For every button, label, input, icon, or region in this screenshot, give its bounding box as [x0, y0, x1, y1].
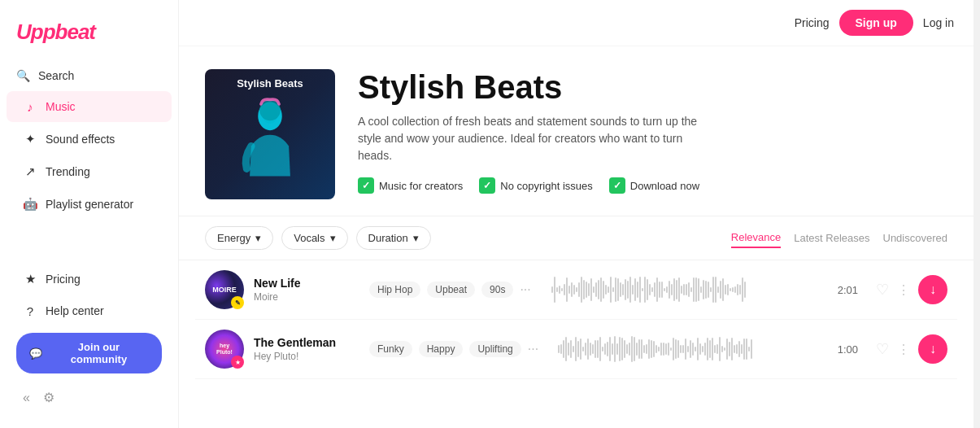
track-list: MOIRE ✎ New Life Moire Hip Hop Upbeat 90…	[179, 260, 973, 379]
sidebar-bottom: ★ Pricing ? Help center 💬 Join our commu…	[0, 263, 178, 415]
waveform-bar	[715, 277, 716, 302]
track-duration: 1:00	[834, 343, 858, 356]
waveform-bar	[726, 338, 728, 360]
waveform-bar	[563, 340, 564, 358]
collapse-icon[interactable]: «	[23, 391, 30, 405]
tag-uplifting[interactable]: Uplifting	[469, 341, 520, 357]
track-actions: ♡ ⋮ ↓	[876, 275, 947, 304]
sidebar: Uppbeat 🔍 Search ♪ Music ✦ Sound effects…	[0, 0, 179, 428]
search-label: Search	[38, 69, 74, 82]
sidebar-item-trending[interactable]: ↗ Trending	[7, 156, 172, 187]
more-tags-icon[interactable]: ···	[520, 282, 530, 297]
like-button[interactable]: ♡	[876, 340, 889, 358]
waveform-bar	[612, 287, 614, 293]
sidebar-item-playlist-generator[interactable]: 🤖 Playlist generator	[7, 189, 172, 220]
sidebar-item-music[interactable]: ♪ Music	[7, 91, 172, 122]
waveform-bar	[675, 339, 677, 359]
download-button[interactable]: ↓	[918, 275, 947, 304]
hero-badges: ✓ Music for creators ✓ No copyright issu…	[358, 177, 947, 194]
waveform-bar	[632, 285, 634, 295]
sort-undiscovered[interactable]: Undiscovered	[883, 229, 948, 247]
sort-latest-releases[interactable]: Latest Releases	[794, 229, 869, 247]
playlist-generator-icon: 🤖	[23, 197, 37, 212]
sidebar-item-help-center[interactable]: ? Help center	[7, 295, 172, 326]
waveform-bar	[717, 286, 719, 294]
tag-happy[interactable]: Happy	[419, 341, 464, 357]
waveform-bar	[607, 342, 608, 357]
login-link[interactable]: Log in	[923, 16, 954, 29]
chevron-down-icon: ▾	[413, 232, 419, 244]
waveform-bar	[661, 282, 663, 299]
energy-filter[interactable]: Energy ▾	[205, 226, 273, 250]
waveform-bar	[676, 280, 677, 299]
track-waveform	[551, 275, 814, 304]
like-button[interactable]: ♡	[876, 281, 889, 299]
sidebar-item-sound-effects[interactable]: ✦ Sound effects	[7, 124, 172, 155]
options-button[interactable]: ⋮	[897, 342, 910, 357]
waveform-bar	[734, 286, 736, 293]
waveform-bar	[598, 280, 599, 299]
waveform-bar	[720, 281, 721, 299]
tag-90s[interactable]: 90s	[481, 282, 513, 298]
waveform-bar	[614, 336, 616, 362]
sidebar-item-label: Playlist generator	[46, 198, 133, 211]
waveform-bar	[725, 285, 726, 295]
track-name: The Gentleman	[254, 336, 359, 349]
tag-hip-hop[interactable]: Hip Hop	[369, 282, 420, 298]
scrollbar[interactable]	[973, 0, 980, 428]
waveform-bar	[690, 287, 692, 292]
waveform-bar	[673, 278, 675, 300]
waveform-bar	[559, 286, 560, 294]
waveform-bar	[617, 278, 619, 301]
filter-right: Relevance Latest Releases Undiscovered	[731, 228, 947, 248]
download-button[interactable]: ↓	[918, 334, 947, 364]
options-button[interactable]: ⋮	[897, 282, 910, 298]
tag-upbeat[interactable]: Upbeat	[427, 282, 475, 298]
waveform-bar	[634, 278, 636, 301]
waveform-bar	[737, 284, 738, 295]
waveform-bar	[554, 277, 555, 303]
waveform-bar	[583, 280, 585, 299]
sidebar-item-pricing[interactable]: ★ Pricing	[7, 264, 172, 295]
waveform-bar	[626, 344, 628, 354]
logo[interactable]: Uppbeat	[0, 13, 178, 61]
tag-funky[interactable]: Funky	[369, 341, 412, 357]
track-row[interactable]: MOIRE ✎ New Life Moire Hip Hop Upbeat 90…	[195, 260, 957, 320]
waveform-bar	[622, 284, 624, 295]
sidebar-item-label: Pricing	[46, 273, 81, 286]
vocals-filter[interactable]: Vocals ▾	[281, 226, 347, 250]
pricing-icon: ★	[23, 272, 37, 286]
main-content: Pricing Sign up Log in Stylish Beats	[179, 0, 973, 428]
waveform-bar	[568, 343, 569, 356]
waveform-bar	[688, 282, 690, 297]
waveform-bar	[608, 286, 609, 293]
vocals-label: Vocals	[294, 232, 324, 244]
track-row[interactable]: heyPluto! ★ The Gentleman Hey Pluto! Fun…	[195, 320, 957, 379]
waveform-bar	[609, 337, 611, 360]
waveform-bar	[668, 343, 669, 355]
waveform-bar	[659, 282, 660, 298]
waveform-bar	[619, 337, 621, 361]
waveform-bar	[680, 345, 682, 354]
sort-relevance[interactable]: Relevance	[731, 228, 781, 248]
badge-no-copyright: ✓ No copyright issues	[479, 177, 592, 194]
hero-description: A cool collection of fresh beats and sta…	[358, 113, 699, 164]
settings-icon[interactable]: ⚙	[43, 390, 54, 405]
more-tags-icon[interactable]: ···	[528, 342, 538, 356]
waveform-bar	[695, 347, 696, 352]
sidebar-item-label: Trending	[46, 165, 90, 178]
duration-filter[interactable]: Duration ▾	[356, 226, 431, 250]
waveform-bar	[703, 280, 704, 299]
join-community-button[interactable]: 💬 Join our community	[16, 333, 162, 373]
search-button[interactable]: 🔍 Search	[0, 61, 178, 90]
chevron-down-icon: ▾	[330, 232, 336, 244]
avatar-badge: ✎	[231, 296, 244, 309]
pricing-link[interactable]: Pricing	[795, 16, 830, 29]
waveform-bar	[741, 344, 743, 354]
waveform-bar	[573, 285, 575, 294]
check-icon-1: ✓	[358, 177, 374, 194]
waveform-bar	[658, 347, 660, 352]
signup-button[interactable]: Sign up	[839, 10, 913, 36]
waveform-bar	[615, 277, 616, 302]
waveform-bar	[656, 277, 658, 303]
